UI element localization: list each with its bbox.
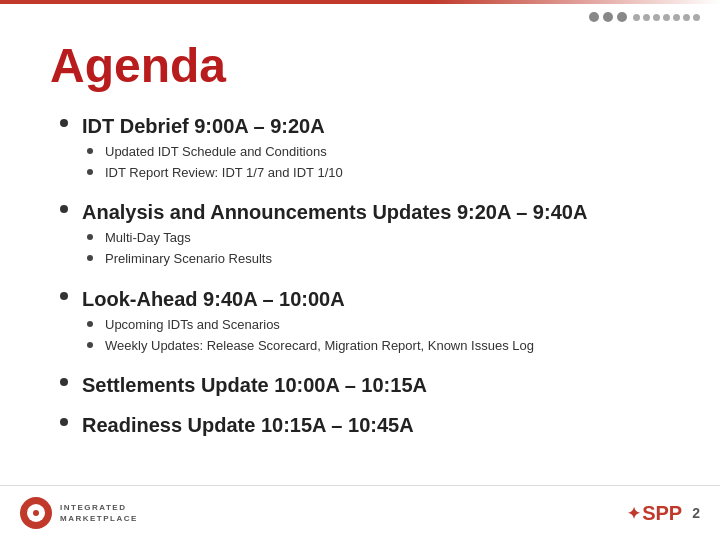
sub-item-3-1: Upcoming IDTs and Scenarios xyxy=(87,316,534,334)
small-dot-6 xyxy=(683,14,690,21)
sub-bullet-1-2 xyxy=(87,169,93,175)
small-dot-3 xyxy=(653,14,660,21)
sub-item-2-2-text: Preliminary Scenario Results xyxy=(105,250,272,268)
list-item-3-label: Look-Ahead 9:40A – 10:00A xyxy=(82,286,534,312)
page-number: 2 xyxy=(692,505,700,521)
bullet-icon-2 xyxy=(60,205,68,213)
logo-line2: MARKETPLACE xyxy=(60,513,138,524)
sub-bullet-1-1 xyxy=(87,148,93,154)
small-dot-4 xyxy=(663,14,670,21)
sub-bullet-3-1 xyxy=(87,321,93,327)
list-item-1-label: IDT Debrief 9:00A – 9:20A xyxy=(82,113,343,139)
list-item-3-content: Look-Ahead 9:40A – 10:00A Upcoming IDTs … xyxy=(82,286,534,358)
bullet-icon-5 xyxy=(60,418,68,426)
dots-row-small xyxy=(633,14,700,21)
dots-group-circles xyxy=(589,12,627,22)
top-decoration xyxy=(589,12,700,22)
logo-left: INTEGRATED MARKETPLACE xyxy=(20,497,138,529)
small-dot-2 xyxy=(643,14,650,21)
main-bullet-list: IDT Debrief 9:00A – 9:20A Updated IDT Sc… xyxy=(60,113,670,438)
sub-item-2-1: Multi-Day Tags xyxy=(87,229,587,247)
sub-item-1-1: Updated IDT Schedule and Conditions xyxy=(87,143,343,161)
list-item-2-label: Analysis and Announcements Updates 9:20A… xyxy=(82,199,587,225)
list-item-1: IDT Debrief 9:00A – 9:20A Updated IDT Sc… xyxy=(60,113,670,185)
list-item-1-content: IDT Debrief 9:00A – 9:20A Updated IDT Sc… xyxy=(82,113,343,185)
sub-list-1: Updated IDT Schedule and Conditions IDT … xyxy=(82,143,343,182)
sub-item-3-2: Weekly Updates: Release Scorecard, Migra… xyxy=(87,337,534,355)
list-item-5-label: Readiness Update 10:15A – 10:45A xyxy=(82,412,414,438)
small-dot-7 xyxy=(693,14,700,21)
list-item-2: Analysis and Announcements Updates 9:20A… xyxy=(60,199,670,271)
sub-item-1-1-text: Updated IDT Schedule and Conditions xyxy=(105,143,327,161)
logo-inner-circle xyxy=(27,504,45,522)
list-item-3: Look-Ahead 9:40A – 10:00A Upcoming IDTs … xyxy=(60,286,670,358)
slide-title: Agenda xyxy=(50,40,670,93)
spp-star-icon: ✦ xyxy=(627,504,640,523)
sub-item-1-2-text: IDT Report Review: IDT 1/7 and IDT 1/10 xyxy=(105,164,343,182)
sub-item-3-2-text: Weekly Updates: Release Scorecard, Migra… xyxy=(105,337,534,355)
sub-item-1-2: IDT Report Review: IDT 1/7 and IDT 1/10 xyxy=(87,164,343,182)
sub-bullet-2-1 xyxy=(87,234,93,240)
small-dot-5 xyxy=(673,14,680,21)
spp-text: SPP xyxy=(642,502,682,525)
footer-right: ✦ SPP 2 xyxy=(627,502,700,525)
list-item-4: Settlements Update 10:00A – 10:15A xyxy=(60,372,670,398)
small-dot-1 xyxy=(633,14,640,21)
sub-bullet-3-2 xyxy=(87,342,93,348)
sub-list-2: Multi-Day Tags Preliminary Scenario Resu… xyxy=(82,229,587,268)
dot-1 xyxy=(589,12,599,22)
slide-content: IDT Debrief 9:00A – 9:20A Updated IDT Sc… xyxy=(50,113,670,438)
dot-2 xyxy=(603,12,613,22)
sub-bullet-2-2 xyxy=(87,255,93,261)
spp-logo: ✦ SPP xyxy=(627,502,682,525)
logo-line1: INTEGRATED xyxy=(60,502,138,513)
bullet-icon-3 xyxy=(60,292,68,300)
list-item-4-label: Settlements Update 10:00A – 10:15A xyxy=(82,372,427,398)
sub-item-2-2: Preliminary Scenario Results xyxy=(87,250,587,268)
footer: INTEGRATED MARKETPLACE ✦ SPP 2 xyxy=(0,485,720,540)
bullet-icon-4 xyxy=(60,378,68,386)
sub-item-3-1-text: Upcoming IDTs and Scenarios xyxy=(105,316,280,334)
logo-circle-icon xyxy=(20,497,52,529)
sub-item-2-1-text: Multi-Day Tags xyxy=(105,229,191,247)
slide-container: Agenda IDT Debrief 9:00A – 9:20A Updated… xyxy=(0,0,720,540)
sub-list-3: Upcoming IDTs and Scenarios Weekly Updat… xyxy=(82,316,534,355)
list-item-5: Readiness Update 10:15A – 10:45A xyxy=(60,412,670,438)
bullet-icon-1 xyxy=(60,119,68,127)
list-item-2-content: Analysis and Announcements Updates 9:20A… xyxy=(82,199,587,271)
top-accent-line xyxy=(0,0,720,4)
dot-3 xyxy=(617,12,627,22)
logo-text: INTEGRATED MARKETPLACE xyxy=(60,502,138,524)
logo-dot xyxy=(33,510,39,516)
